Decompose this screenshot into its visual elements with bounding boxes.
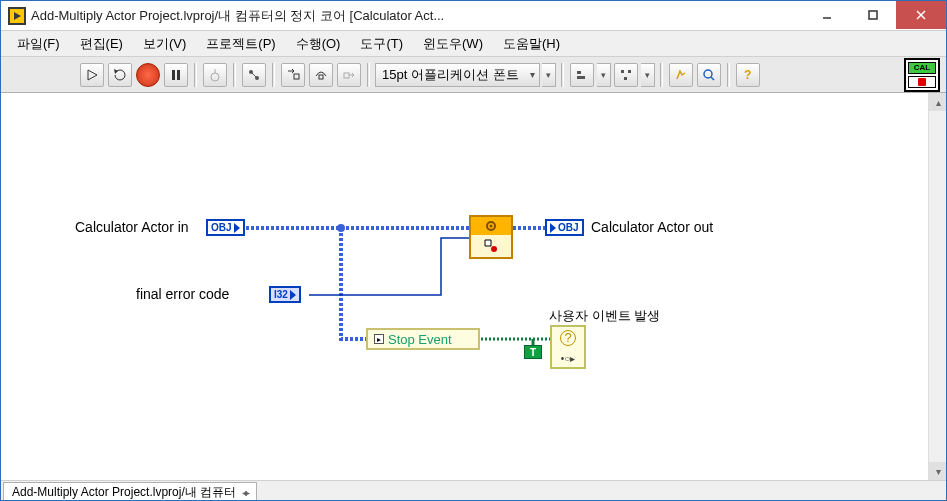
help-button[interactable]: ? bbox=[736, 63, 760, 87]
menu-bar: 파일(F) 편집(E) 보기(V) 프로젝트(P) 수행(O) 도구(T) 윈도… bbox=[1, 31, 946, 57]
svg-rect-20 bbox=[577, 76, 585, 79]
svg-line-15 bbox=[251, 72, 257, 78]
svg-rect-4 bbox=[869, 11, 877, 19]
font-selector[interactable]: 15pt 어플리케이션 폰트 bbox=[375, 63, 540, 87]
minimize-button[interactable] bbox=[804, 1, 850, 29]
block-diagram-area: Calculator Actor in OBJ OBJ Calculator A… bbox=[1, 93, 946, 480]
svg-rect-22 bbox=[628, 70, 631, 73]
cleanup-button[interactable] bbox=[669, 63, 693, 87]
svg-marker-30 bbox=[485, 240, 491, 246]
align-button[interactable] bbox=[570, 63, 594, 87]
menu-operate[interactable]: 수행(O) bbox=[286, 33, 351, 55]
actor-icon bbox=[471, 235, 511, 257]
svg-point-29 bbox=[490, 225, 493, 228]
event-arrow-icon: •○▸ bbox=[561, 353, 576, 364]
maximize-button[interactable] bbox=[850, 1, 896, 29]
stop-event-node[interactable]: ▸ Stop Event bbox=[366, 328, 480, 350]
window-title: Add-Multiply Actor Project.lvproj/내 컴퓨터의… bbox=[31, 7, 804, 25]
boolean-true-constant[interactable]: T bbox=[524, 345, 542, 359]
error-terminal[interactable]: I32 bbox=[269, 286, 301, 303]
menu-window[interactable]: 윈도우(W) bbox=[413, 33, 493, 55]
distribute-dropdown[interactable]: ▾ bbox=[641, 63, 655, 87]
vi-cal-badge: CAL bbox=[908, 62, 936, 74]
retain-wire-button[interactable] bbox=[242, 63, 266, 87]
svg-point-31 bbox=[491, 246, 497, 252]
user-event-label: 사용자 이벤트 발생 bbox=[549, 307, 660, 325]
gear-icon bbox=[471, 217, 511, 235]
stop-event-label: Stop Event bbox=[388, 332, 452, 347]
highlight-exec-button[interactable] bbox=[203, 63, 227, 87]
vi-icon-panel[interactable]: CAL bbox=[904, 58, 940, 92]
actor-out-terminal[interactable]: OBJ bbox=[545, 219, 584, 236]
run-button[interactable] bbox=[80, 63, 104, 87]
font-extra-dropdown[interactable]: ▾ bbox=[542, 63, 556, 87]
bundle-arrow-icon: ▸ bbox=[374, 334, 384, 344]
step-into-button[interactable] bbox=[281, 63, 305, 87]
run-continuous-button[interactable] bbox=[108, 63, 132, 87]
error-label: final error code bbox=[136, 286, 229, 302]
pause-button[interactable] bbox=[164, 63, 188, 87]
error-type: I32 bbox=[274, 289, 288, 300]
actor-out-label: Calculator Actor out bbox=[591, 219, 713, 235]
project-path-tab[interactable]: Add-Multiply Actor Project.lvproj/내 컴퓨터 … bbox=[3, 482, 257, 502]
menu-file[interactable]: 파일(F) bbox=[7, 33, 70, 55]
svg-text:?: ? bbox=[744, 68, 751, 82]
svg-marker-8 bbox=[114, 69, 118, 74]
status-bar: Add-Multiply Actor Project.lvproj/내 컴퓨터 … bbox=[1, 480, 946, 501]
close-button[interactable] bbox=[896, 1, 946, 29]
distribute-button[interactable] bbox=[614, 63, 638, 87]
tab-nav-arrows-icon[interactable]: ◂▸ bbox=[242, 487, 248, 498]
svg-marker-7 bbox=[88, 70, 97, 80]
svg-rect-17 bbox=[319, 75, 323, 79]
menu-help[interactable]: 도움말(H) bbox=[493, 33, 570, 55]
svg-rect-19 bbox=[577, 71, 581, 74]
app-icon bbox=[7, 6, 27, 26]
svg-point-11 bbox=[211, 73, 219, 81]
generate-user-event-node[interactable]: ? •○▸ bbox=[550, 325, 586, 369]
actor-out-type: OBJ bbox=[558, 222, 579, 233]
scroll-down-icon[interactable]: ▾ bbox=[929, 462, 946, 480]
menu-view[interactable]: 보기(V) bbox=[133, 33, 196, 55]
svg-rect-16 bbox=[294, 74, 299, 79]
svg-rect-23 bbox=[624, 77, 627, 80]
scroll-up-icon[interactable]: ▴ bbox=[929, 93, 946, 111]
svg-rect-18 bbox=[344, 73, 349, 78]
align-dropdown[interactable]: ▾ bbox=[597, 63, 611, 87]
vi-stop-badge bbox=[908, 76, 936, 88]
block-diagram-canvas[interactable]: Calculator Actor in OBJ OBJ Calculator A… bbox=[1, 93, 928, 480]
actor-core-node[interactable] bbox=[469, 215, 513, 259]
vertical-scrollbar[interactable]: ▴ ▾ bbox=[928, 93, 946, 480]
svg-point-24 bbox=[704, 70, 712, 78]
project-path-text: Add-Multiply Actor Project.lvproj/내 컴퓨터 bbox=[12, 484, 236, 501]
menu-project[interactable]: 프로젝트(P) bbox=[196, 33, 285, 55]
step-over-button[interactable] bbox=[309, 63, 333, 87]
menu-edit[interactable]: 편집(E) bbox=[70, 33, 133, 55]
title-bar: Add-Multiply Actor Project.lvproj/내 컴퓨터의… bbox=[1, 1, 946, 31]
step-out-button[interactable] bbox=[337, 63, 361, 87]
actor-in-terminal[interactable]: OBJ bbox=[206, 219, 245, 236]
actor-in-type: OBJ bbox=[211, 222, 232, 233]
svg-point-27 bbox=[337, 224, 345, 232]
menu-tools[interactable]: 도구(T) bbox=[350, 33, 413, 55]
toolbar: 15pt 어플리케이션 폰트 ▾ ▾ ▾ ? CAL bbox=[1, 57, 946, 93]
abort-button[interactable] bbox=[136, 63, 160, 87]
window-buttons bbox=[804, 1, 946, 30]
search-button[interactable] bbox=[697, 63, 721, 87]
svg-rect-10 bbox=[177, 70, 180, 80]
svg-rect-9 bbox=[172, 70, 175, 80]
event-question-icon: ? bbox=[560, 330, 576, 346]
svg-line-25 bbox=[711, 77, 714, 80]
actor-in-label: Calculator Actor in bbox=[75, 219, 189, 235]
svg-rect-21 bbox=[621, 70, 624, 73]
